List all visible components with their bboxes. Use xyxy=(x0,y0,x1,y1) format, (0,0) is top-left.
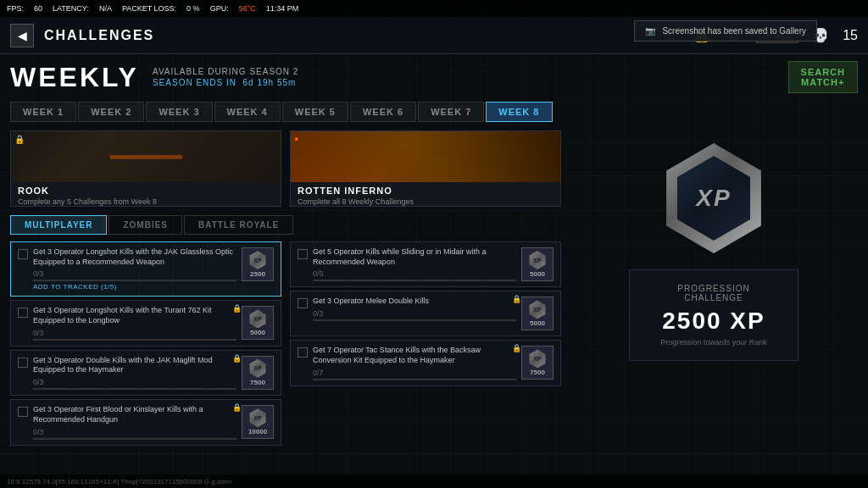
challenge-text-r1: Get 5 Operator Kills while Sliding or in… xyxy=(313,247,516,281)
challenge-desc-r1: Get 5 Operator Kills while Sliding or in… xyxy=(313,247,516,267)
week-tab-7[interactable]: WEEK 7 xyxy=(418,102,484,122)
challenge-cards: 🔒 ━━━━━ ROOK Complete any 5 Challenges f… xyxy=(10,130,561,207)
challenge-xp-3: XP 7500 xyxy=(242,356,274,390)
back-button[interactable]: ◀ xyxy=(10,24,34,47)
challenge-xp-2: XP 5000 xyxy=(242,306,274,340)
season-info: AVAILABLE DURING SEASON 2 SEASON ENDS IN… xyxy=(153,67,298,87)
challenge-item-4: Get 3 Operator First Blood or Kinslayer … xyxy=(10,399,281,445)
week-tab-8[interactable]: WEEK 8 xyxy=(486,102,552,122)
mode-tabs: MULTIPLAYER ZOMBIES BATTLE ROYALE xyxy=(10,215,561,235)
challenge-text-1: Get 3 Operator Longshot Kills with the J… xyxy=(33,247,236,291)
xp-hex-icon-r1: XP xyxy=(528,251,547,269)
rook-gun-image: ━━━━━ xyxy=(110,143,182,171)
rotten-overlay xyxy=(291,131,560,182)
available-text: AVAILABLE DURING SEASON 2 xyxy=(153,67,298,76)
week-tabs: WEEK 1 WEEK 2 WEEK 3 WEEK 4 WEEK 5 WEEK … xyxy=(10,102,858,122)
xp-hex-background: XP xyxy=(659,143,769,253)
week-tab-4[interactable]: WEEK 4 xyxy=(214,102,281,122)
rotten-card-image: ● xyxy=(291,131,560,182)
challenge-item-r1: Get 5 Operator Kills while Sliding or in… xyxy=(290,241,561,287)
xp-hexagon: XP xyxy=(654,139,773,258)
rook-lock-icon: 🔒 xyxy=(14,135,25,144)
challenge-checkbox-3[interactable] xyxy=(18,358,28,368)
xp-amount-r1: 5000 xyxy=(530,270,545,278)
progression-description: Progression towards your Rank xyxy=(647,338,781,347)
challenge-desc-r3: Get 7 Operator Tac Stance Kills with the… xyxy=(313,346,516,365)
rook-card-info: ROOK Complete any 5 Challenges from Week… xyxy=(11,182,281,207)
rotten-card-desc: Complete all 8 Weekly Challenges xyxy=(298,197,554,206)
coins-display: 15 xyxy=(843,28,858,43)
challenge-checkbox-r3[interactable] xyxy=(298,347,308,358)
challenge-desc-r2: Get 3 Operator Melee Double Kills xyxy=(313,297,516,307)
xp-hex-icon-r3: XP xyxy=(528,349,547,368)
fps-value: 60 xyxy=(34,4,42,13)
fps-label: FPS: xyxy=(7,4,24,13)
progression-xp-value: 2500 XP xyxy=(647,308,781,335)
week-tab-1[interactable]: WEEK 1 xyxy=(10,102,76,122)
challenges-left-column: Get 3 Operator Longshot Kills with the J… xyxy=(10,241,281,446)
challenge-lock-r3: 🔒 xyxy=(512,344,521,352)
packet-loss-label: PACKET LOSS: xyxy=(122,4,176,13)
challenge-progress-2: 0/3 xyxy=(33,329,236,337)
week-tab-5[interactable]: WEEK 5 xyxy=(282,102,348,122)
challenge-prog-bar-4 xyxy=(33,438,236,440)
weekly-title: WEEKLY xyxy=(10,62,139,93)
xp-hex-icon-r2: XP xyxy=(528,300,547,319)
challenge-desc-4: Get 3 Operator First Blood or Kinslayer … xyxy=(33,405,236,424)
xp-amount-1: 2500 xyxy=(250,270,265,278)
packet-loss-value: 0 % xyxy=(186,4,200,13)
challenge-lock-2: 🔒 xyxy=(232,304,242,313)
mode-tab-multiplayer[interactable]: MULTIPLAYER xyxy=(10,215,107,235)
mode-tab-battle-royale[interactable]: BATTLE ROYALE xyxy=(184,215,293,235)
challenge-checkbox-1[interactable] xyxy=(18,249,28,259)
xp-hex-icon-1: XP xyxy=(248,251,267,269)
rook-card-name: ROOK xyxy=(18,186,274,196)
xp-hex-icon-4: XP xyxy=(248,408,267,427)
search-match-button[interactable]: SEARCHMATCH+ xyxy=(788,61,858,93)
challenge-progress-1: 0/3 xyxy=(33,269,236,278)
challenge-xp-1: XP 2500 xyxy=(242,247,274,281)
week-tab-2[interactable]: WEEK 2 xyxy=(78,102,144,122)
challenge-progress-4: 0/3 xyxy=(33,428,236,436)
latency-label: LATENCY: xyxy=(53,4,89,13)
mode-tab-zombies[interactable]: ZOMBIES xyxy=(108,215,182,235)
challenge-desc-3: Get 3 Operator Double Kills with the JAK… xyxy=(33,356,236,375)
screenshot-notification: 📷 Screenshot has been saved to Gallery xyxy=(634,20,817,42)
challenge-text-r2: Get 3 Operator Melee Double Kills 0/3 xyxy=(313,297,516,321)
week-tab-6[interactable]: WEEK 6 xyxy=(350,102,416,122)
challenge-item-r3: Get 7 Operator Tac Stance Kills with the… xyxy=(290,340,561,385)
xp-amount-r2: 5000 xyxy=(530,319,545,327)
challenge-xp-r3: XP 7500 xyxy=(521,346,554,380)
xp-amount-r3: 7500 xyxy=(530,369,545,376)
challenge-progress-3: 0/3 xyxy=(33,378,236,386)
latency-value: N/A xyxy=(99,4,112,13)
screenshot-text: Screenshot has been saved to Gallery xyxy=(662,26,806,36)
challenge-checkbox-2[interactable] xyxy=(18,308,28,318)
xp-hex-icon-2: XP xyxy=(248,309,267,328)
main-content: WEEKLY AVAILABLE DURING SEASON 2 SEASON … xyxy=(0,54,868,488)
challenge-text-4: Get 3 Operator First Blood or Kinslayer … xyxy=(33,405,236,439)
xp-hex-icon-3: XP xyxy=(248,359,267,378)
challenges-grid: Get 3 Operator Longshot Kills with the J… xyxy=(10,241,561,446)
gpu-value: 56°C xyxy=(239,4,256,13)
challenge-xp-4: XP 10000 xyxy=(242,405,274,439)
hud-bar: FPS: 60 LATENCY: N/A PACKET LOSS: 0 % GP… xyxy=(0,0,868,17)
add-to-tracked-1[interactable]: ADD TO TRACKED (1/5) xyxy=(33,283,236,291)
challenge-item-2: Get 3 Operator Longshot Kills with the T… xyxy=(10,300,281,346)
challenge-text-3: Get 3 Operator Double Kills with the JAK… xyxy=(33,356,236,390)
status-text: 10.9.12579.74.0[55:169:11165+11:A] Thop[… xyxy=(7,478,231,485)
challenge-desc-2: Get 3 Operator Longshot Kills with the T… xyxy=(33,306,236,325)
challenge-prog-bar-2 xyxy=(33,339,236,341)
season-ends-value: 6d 19h 55m xyxy=(243,78,297,87)
challenge-lock-4: 🔒 xyxy=(232,403,242,412)
challenge-checkbox-r2[interactable] xyxy=(298,298,308,308)
challenge-checkbox-r1[interactable] xyxy=(298,249,308,259)
season-ends: SEASON ENDS IN 6d 19h 55m xyxy=(153,78,298,87)
challenge-progress-r1: 0/5 xyxy=(313,269,516,278)
challenge-checkbox-4[interactable] xyxy=(18,407,28,417)
week-tab-3[interactable]: WEEK 3 xyxy=(146,102,212,122)
challenge-xp-r2: XP 5000 xyxy=(521,297,554,330)
challenge-text-r3: Get 7 Operator Tac Stance Kills with the… xyxy=(313,346,516,380)
rook-card-image: 🔒 ━━━━━ xyxy=(11,131,281,182)
challenge-card-rotten: ● ROTTEN INFERNO Complete all 8 Weekly C… xyxy=(290,130,561,207)
